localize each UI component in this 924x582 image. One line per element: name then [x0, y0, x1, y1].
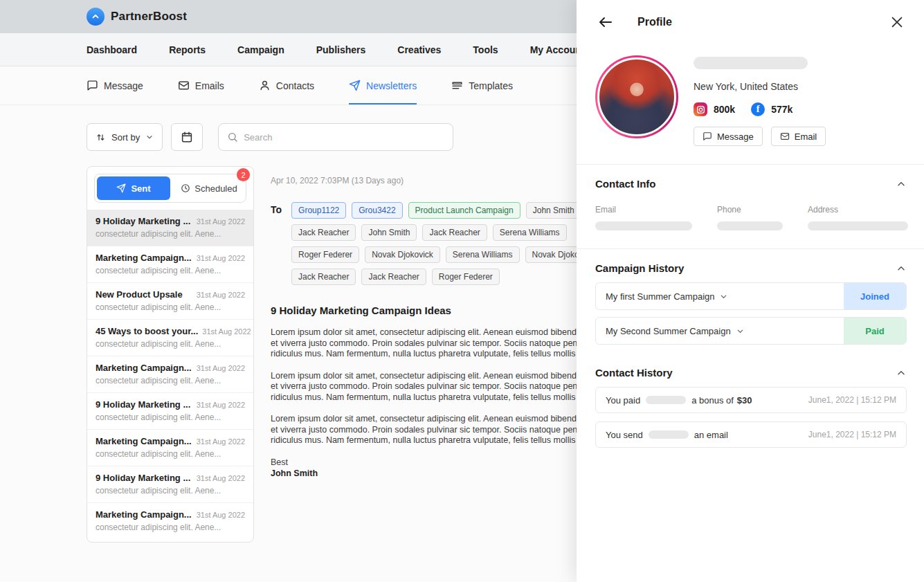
newsletter-title: 9 Holiday Marketing ... — [96, 473, 190, 483]
list-item[interactable]: Marketing Campaign...31st Aug 2022 conse… — [87, 502, 253, 539]
sort-by-label: Sort by — [111, 132, 140, 143]
tab-message[interactable]: Message — [87, 66, 143, 104]
partnerboost-logo-icon — [87, 8, 105, 26]
newsletter-preview: consectetur adipiscing elit. Aene... — [96, 412, 245, 422]
email-field: Email — [595, 205, 692, 230]
nav-item-tools[interactable]: Tools — [473, 44, 498, 55]
nav-item-reports[interactable]: Reports — [169, 44, 206, 55]
newsletter-date: 31st Aug 2022 — [197, 437, 245, 446]
campaign-name: My first Summer Campaign — [606, 291, 714, 302]
history-text-mid: a bonus of — [691, 395, 734, 406]
newsletter-date: 31st Aug 2022 — [197, 474, 245, 482]
tab-emails[interactable]: Emails — [178, 66, 224, 104]
newsletter-preview: consectetur adipiscing elit. Aene... — [96, 486, 245, 495]
tab-contacts[interactable]: Contacts — [259, 66, 314, 104]
newsletter-date: 31st Aug 2022 — [197, 511, 245, 519]
email-skeleton — [595, 221, 692, 230]
sent-tab-label: Sent — [131, 183, 150, 194]
send-icon — [116, 183, 126, 193]
status-badge: Joined — [844, 283, 906, 309]
recipient-chip[interactable]: Jack Reacher — [361, 269, 426, 285]
profile-location: New York, United States — [694, 81, 826, 92]
sent-scheduled-toggle: Sent Scheduled 2 — [94, 174, 246, 203]
campaign-name-dropdown[interactable]: My first Summer Campaign — [606, 291, 728, 302]
templates-icon — [451, 80, 463, 91]
contact-history-row: You send an email June1, 2022 | 15:12 PM — [595, 421, 907, 448]
recipient-chip[interactable]: Jack Reacher — [291, 269, 356, 285]
close-icon[interactable] — [889, 15, 905, 30]
search-icon — [227, 131, 238, 143]
tab-templates[interactable]: Templates — [451, 66, 513, 104]
recipient-chip[interactable]: Roger Federer — [291, 246, 359, 263]
clock-icon — [181, 183, 190, 193]
scheduled-tab[interactable]: Scheduled — [172, 174, 246, 202]
campaign-history-title: Campaign History — [595, 262, 684, 274]
scheduled-tab-label: Scheduled — [194, 183, 237, 194]
profile-drawer: Profile New York, United States 800k f 5… — [577, 0, 924, 582]
sent-tab[interactable]: Sent — [97, 176, 170, 200]
facebook-followers: 577k — [771, 104, 792, 115]
nav-item-campaign[interactable]: Campaign — [237, 44, 284, 55]
list-item[interactable]: 9 Holiday Marketing ...31st Aug 2022 con… — [87, 392, 253, 429]
chevron-down-icon — [719, 292, 728, 301]
list-item[interactable]: Marketing Campaign...31st Aug 2022 conse… — [87, 356, 253, 392]
calendar-button[interactable] — [171, 123, 203, 151]
chevron-down-icon — [145, 133, 154, 141]
newsletter-title: 45 Ways to boost your... — [96, 326, 198, 336]
email-label: Email — [595, 205, 692, 215]
sort-by-dropdown[interactable]: Sort by — [87, 123, 163, 151]
nav-item-dashboard[interactable]: Dashboard — [87, 44, 137, 55]
campaign-name: My Second Summer Campaign — [606, 326, 731, 336]
tab-newsletters-label: Newsletters — [366, 80, 417, 91]
list-item[interactable]: 9 Holiday Marketing ...31st Aug 2022 con… — [87, 210, 253, 246]
recipient-chip[interactable]: Jack Reacher — [291, 224, 356, 241]
recipient-chip[interactable]: Roger Federer — [432, 269, 500, 285]
back-arrow-icon[interactable] — [597, 14, 614, 30]
person-icon — [259, 80, 271, 91]
address-skeleton — [808, 221, 908, 230]
recipient-chip[interactable]: Novak Djokovick — [365, 246, 440, 263]
tab-newsletters[interactable]: Newsletters — [349, 66, 417, 104]
newsletter-preview: consectetur adipiscing elit. Aene... — [96, 302, 245, 312]
campaign-name-dropdown[interactable]: My Second Summer Campaign — [606, 326, 745, 336]
recipient-chip[interactable]: Grou3422 — [352, 202, 402, 219]
chevron-up-icon[interactable] — [896, 263, 907, 274]
contact-info-title: Contact Info — [595, 178, 656, 190]
newsletter-date: 31st Aug 2022 — [197, 364, 245, 372]
chevron-down-icon — [736, 327, 745, 336]
contact-history-title: Contact History — [595, 367, 673, 379]
list-item[interactable]: New Product Upsale31st Aug 2022 consecte… — [87, 282, 253, 319]
recipient-chip[interactable]: John Smith — [361, 224, 417, 241]
nav-item-creatives[interactable]: Creatives — [397, 44, 441, 55]
recipient-chip[interactable]: Product Launch Campaign — [408, 202, 520, 219]
list-item[interactable]: 45 Ways to boost your...31st Aug 2022 co… — [87, 319, 253, 356]
search-input[interactable] — [244, 132, 444, 143]
newsletter-preview: consectetur adipiscing elit. Aene... — [96, 339, 245, 349]
list-item[interactable]: 9 Holiday Marketing ...31st Aug 2022 con… — [87, 466, 253, 502]
newsletter-preview: consectetur adipiscing elit. Aene... — [96, 376, 245, 385]
list-item[interactable]: Marketing Campaign...31st Aug 2022 conse… — [87, 246, 253, 282]
recipient-chip[interactable]: Serena Williams — [446, 246, 520, 263]
newsletter-list: 9 Holiday Marketing ...31st Aug 2022 con… — [87, 210, 253, 542]
drawer-title: Profile — [637, 16, 672, 28]
list-item[interactable]: Marketing Campaign...31st Aug 2022 conse… — [87, 429, 253, 466]
contact-info-section: Contact Info Email Phone Address — [577, 165, 924, 248]
facebook-icon: f — [751, 102, 765, 116]
newsletter-date: 31st Aug 2022 — [197, 254, 245, 262]
chevron-up-icon[interactable] — [896, 367, 907, 379]
message-button[interactable]: Message — [694, 127, 763, 146]
instagram-followers: 800k — [714, 104, 735, 115]
newsletter-preview: consectetur adipiscing elit. Aene... — [96, 449, 245, 459]
recipient-chip[interactable]: Serena Williams — [493, 224, 567, 241]
newsletter-preview: consectetur adipiscing elit. Aene... — [96, 229, 245, 239]
email-button[interactable]: Email — [771, 127, 826, 146]
chat-bubble-icon — [703, 131, 712, 141]
nav-item-publishers[interactable]: Publishers — [316, 44, 366, 55]
address-field: Address — [808, 205, 908, 230]
recipient-chip[interactable]: John Smith — [526, 202, 581, 219]
chevron-up-icon[interactable] — [896, 179, 907, 190]
newsletter-title: Marketing Campaign... — [96, 436, 192, 446]
newsletter-date: 31st Aug 2022 — [202, 327, 251, 336]
recipient-chip[interactable]: Group1122 — [291, 202, 346, 219]
recipient-chip[interactable]: Jack Reacher — [422, 224, 487, 241]
